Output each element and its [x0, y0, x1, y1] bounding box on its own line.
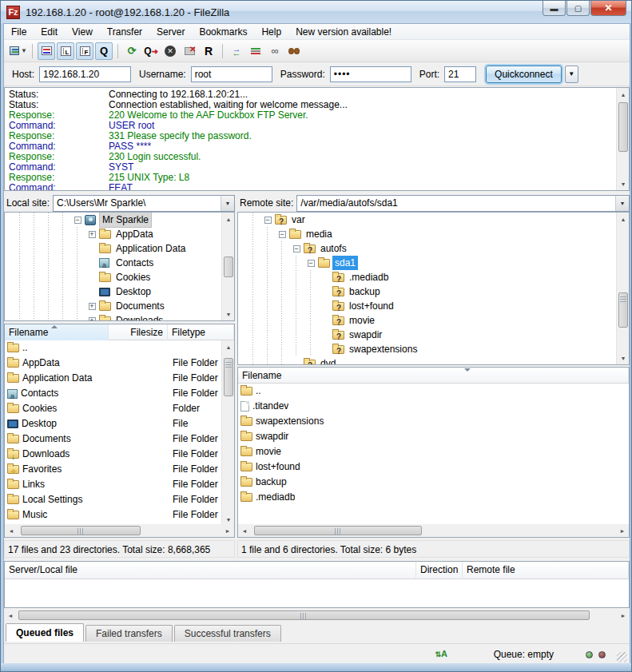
local-list-hscrollbar[interactable]: ◄ ►	[5, 524, 234, 537]
column-header-filename[interactable]: Filename	[5, 324, 109, 340]
scroll-up-icon[interactable]: ▲	[617, 88, 630, 101]
close-button[interactable]: ✕	[590, 1, 626, 16]
refresh-button[interactable]: ⟳	[123, 42, 141, 60]
file-row[interactable]: Local SettingsFile Folder	[5, 492, 221, 507]
file-row[interactable]: Application DataFile Folder	[5, 371, 221, 386]
scrollbar-thumb[interactable]	[224, 256, 233, 277]
collapse-icon[interactable]: −	[70, 217, 85, 224]
synchronized-browsing-button[interactable]: →←	[228, 42, 245, 60]
scroll-right-icon[interactable]: ►	[617, 609, 630, 622]
scroll-up-icon[interactable]: ▲	[222, 213, 235, 225]
tree-item-media[interactable]: − media	[238, 227, 629, 241]
tab-failed-transfers[interactable]: Failed transfers	[85, 625, 173, 642]
toggle-local-tree-button[interactable]: L	[57, 42, 74, 60]
tree-item-sda1[interactable]: − sda1	[238, 256, 629, 270]
scrollbar-thumb[interactable]	[21, 526, 141, 535]
tree-item-var[interactable]: − var	[238, 213, 629, 227]
file-row[interactable]: lost+found	[238, 459, 629, 475]
file-row[interactable]: .mediadb	[238, 490, 629, 505]
quickconnect-button[interactable]: Quickconnect	[486, 66, 562, 83]
menu-edit[interactable]: Edit	[34, 24, 65, 39]
scroll-up-icon[interactable]: ▲	[617, 213, 630, 225]
tree-item-swapdir[interactable]: swapdir	[238, 328, 629, 342]
file-row[interactable]: backup	[238, 475, 629, 490]
menu-help[interactable]: Help	[254, 24, 288, 39]
remote-site-combobox[interactable]: /var/media/autofs/sda1 ▼	[296, 195, 630, 212]
scroll-up-icon[interactable]: ▲	[222, 340, 235, 353]
cancel-button[interactable]: ✕	[161, 42, 179, 60]
tree-item-appdata[interactable]: + AppData	[5, 227, 234, 241]
file-row[interactable]: CookiesFolder	[5, 401, 221, 416]
site-manager-button[interactable]: ▼	[10, 42, 27, 60]
tree-item-dvd[interactable]: dvd	[238, 356, 629, 365]
local-site-combobox[interactable]: C:\Users\Mr Sparkle\ ▼	[53, 195, 235, 212]
file-row[interactable]: FavoritesFile Folder	[5, 462, 221, 477]
file-row[interactable]: .titandev	[238, 399, 629, 414]
column-header-filetype[interactable]: Filetype	[168, 324, 234, 340]
tree-item-contacts[interactable]: Contacts	[5, 256, 234, 270]
file-row[interactable]: DesktopFile	[5, 416, 221, 431]
new-version-notice[interactable]: New version available!	[288, 24, 399, 39]
queue-hscrollbar[interactable]: ◄ ►	[4, 609, 630, 622]
scroll-left-icon[interactable]: ◄	[238, 524, 251, 537]
remote-tree-scrollbar[interactable]: ▲ ▼	[616, 213, 629, 364]
file-row[interactable]: LinksFile Folder	[5, 477, 221, 492]
expand-icon[interactable]: +	[85, 231, 99, 238]
process-queue-button[interactable]: Q➜	[142, 42, 160, 60]
scroll-left-icon[interactable]: ◄	[4, 609, 17, 622]
scroll-down-icon[interactable]: ▼	[617, 352, 630, 364]
menu-view[interactable]: View	[65, 24, 100, 39]
minimize-button[interactable]: ▬	[543, 1, 566, 16]
scroll-down-icon[interactable]: ▼	[222, 308, 235, 320]
file-row[interactable]: DownloadsFile Folder	[5, 447, 221, 462]
column-header-remote-file[interactable]: Remote file	[463, 562, 629, 578]
menu-file[interactable]: File	[4, 24, 34, 39]
tab-queued-files[interactable]: Queued files	[6, 623, 84, 642]
expand-icon[interactable]: +	[85, 317, 99, 322]
file-row[interactable]: swapdir	[238, 429, 629, 444]
tree-item-lost-found[interactable]: lost+found	[238, 299, 629, 313]
tree-item-downloads[interactable]: + Downloads	[5, 313, 234, 321]
scroll-down-icon[interactable]: ▼	[617, 177, 630, 190]
scrollbar-thumb[interactable]	[618, 102, 628, 152]
file-row[interactable]: movie	[238, 444, 629, 459]
expand-icon[interactable]: +	[85, 303, 99, 310]
scroll-left-icon[interactable]: ◄	[5, 524, 18, 537]
tree-item-autofs[interactable]: − autofs	[238, 241, 629, 256]
remote-file-list[interactable]: Filename .. .titandev swapextensions swa…	[237, 367, 630, 538]
tree-item-application-data[interactable]: Application Data	[5, 241, 234, 256]
toggle-remote-tree-button[interactable]: F	[76, 42, 93, 60]
file-row[interactable]: AppDataFile Folder	[5, 356, 221, 371]
password-input[interactable]	[330, 66, 411, 82]
file-row[interactable]: MusicFile Folder	[5, 507, 221, 523]
resize-grip[interactable]	[617, 652, 627, 662]
transfer-queue[interactable]: Server/Local file Direction Remote file	[4, 561, 630, 608]
reconnect-button[interactable]: R	[200, 42, 217, 60]
local-file-list[interactable]: Filename Filesize Filetype .. AppDataFil…	[4, 324, 235, 538]
file-row[interactable]: DocumentsFile Folder	[5, 431, 221, 447]
username-input[interactable]	[191, 66, 272, 82]
scroll-right-icon[interactable]: ►	[221, 524, 234, 537]
column-header-filesize[interactable]: Filesize	[109, 324, 168, 340]
column-header-server-local-file[interactable]: Server/Local file	[5, 562, 416, 578]
local-list-vscrollbar[interactable]: ▲ ▼	[221, 340, 234, 526]
scrollbar-thumb[interactable]	[618, 292, 628, 328]
collapse-icon[interactable]: −	[289, 245, 304, 252]
remote-tree[interactable]: − var − media − autofs − sda1 .mediadb	[237, 212, 630, 365]
dropdown-arrow-icon[interactable]: ▼	[221, 196, 234, 211]
local-tree-scrollbar[interactable]: ▲ ▼	[221, 213, 234, 320]
menu-transfer[interactable]: Transfer	[100, 24, 149, 39]
tree-item-desktop[interactable]: Desktop	[5, 284, 234, 299]
dropdown-arrow-icon[interactable]: ▼	[615, 196, 629, 211]
find-files-button[interactable]	[285, 42, 303, 60]
scrollbar-thumb[interactable]	[224, 358, 233, 396]
file-row[interactable]: swapextensions	[238, 414, 629, 429]
log-scrollbar[interactable]: ▲ ▼	[616, 88, 629, 190]
host-input[interactable]	[39, 66, 131, 82]
scrollbar-thumb[interactable]	[254, 526, 422, 535]
title-bar[interactable]: Fz 192.168.1.20 - root@192.168.1.20 - Fi…	[1, 1, 632, 23]
menu-server[interactable]: Server	[149, 24, 192, 39]
directory-comparison-button[interactable]	[247, 42, 264, 60]
tree-item-cookies[interactable]: Cookies	[5, 270, 234, 284]
sync-link-button[interactable]: ∞	[266, 42, 284, 60]
